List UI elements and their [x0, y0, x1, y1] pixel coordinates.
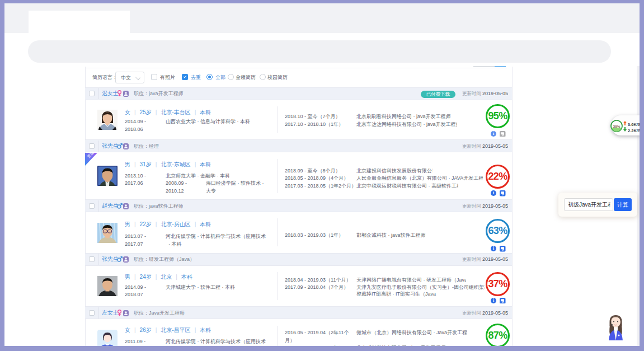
svg-text:38%: 38%: [613, 124, 621, 128]
